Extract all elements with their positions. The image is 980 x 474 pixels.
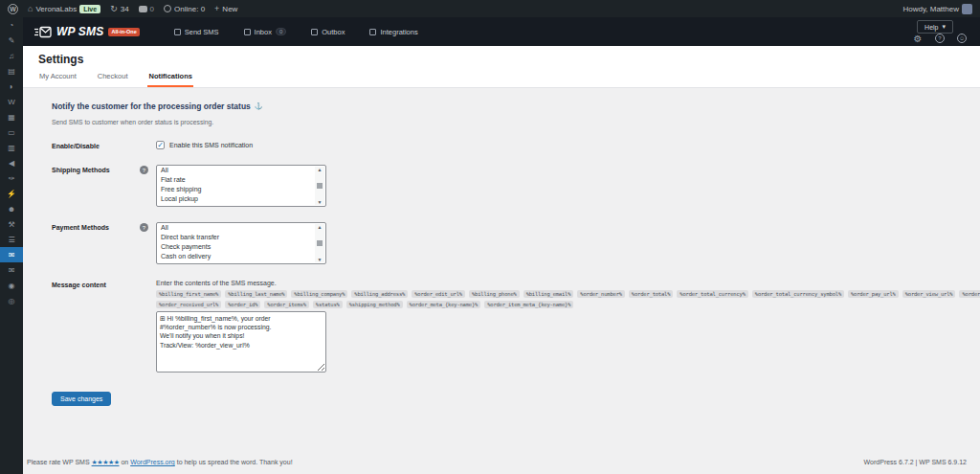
- help-icon[interactable]: ?: [140, 223, 148, 232]
- sms-tag-pill[interactable]: %order_meta_{key-name}%: [407, 301, 481, 308]
- circle-icon: ◉: [9, 282, 15, 290]
- tab-notifications[interactable]: Notifications: [147, 68, 192, 87]
- shipping-option[interactable]: Local pickup: [157, 194, 325, 204]
- sms-tag-pill[interactable]: %order_total_currency%: [677, 290, 747, 298]
- sidebar-item-extra-2[interactable]: ◎: [0, 293, 23, 308]
- scroll-up-icon[interactable]: ▲: [318, 224, 323, 230]
- sidebar-item-users[interactable]: ☻: [0, 201, 23, 216]
- scroll-thumb[interactable]: [317, 183, 323, 189]
- message-hint: Enter the contents of the SMS message.: [156, 280, 967, 286]
- section-description: Send SMS to customer when order status i…: [52, 119, 967, 125]
- sms-tag-pill[interactable]: %order_number%: [577, 290, 625, 298]
- sidebar-item-appearance[interactable]: ✑: [0, 170, 23, 186]
- sidebar-item-plugins[interactable]: ⚡: [0, 186, 23, 201]
- question-icon[interactable]: ?: [935, 34, 945, 43]
- nav-send-sms[interactable]: Send SMS: [174, 28, 219, 36]
- sidebar-item-pages[interactable]: ▤: [0, 63, 23, 79]
- sms-tag-pill[interactable]: %order_received_url%: [156, 301, 221, 308]
- sidebar-item-media[interactable]: ♫: [0, 48, 23, 63]
- save-changes-button[interactable]: Save changes: [52, 392, 111, 406]
- sidebar-item-posts[interactable]: ✎: [0, 33, 23, 48]
- payment-option[interactable]: Check payments: [157, 242, 325, 252]
- sidebar-item-campaigns[interactable]: ✉: [0, 262, 23, 278]
- wordpress-menu[interactable]: W: [8, 4, 18, 14]
- pages-icon: ▤: [8, 67, 15, 76]
- smiley-icon[interactable]: ☺: [957, 34, 967, 43]
- scrollbar[interactable]: ▲ ▼: [315, 224, 324, 262]
- footer-rate-mid: on: [121, 459, 128, 465]
- sidebar-item-dashboard[interactable]: ◔: [0, 17, 23, 33]
- sms-tag-pill[interactable]: %order_cancel_url%: [959, 290, 980, 298]
- sms-tag-pill[interactable]: %order_total_currency_symbol%: [752, 290, 844, 298]
- scroll-up-icon[interactable]: ▲: [318, 167, 323, 172]
- rating-stars-link[interactable]: ★★★★★: [92, 459, 120, 465]
- sms-tag-pill[interactable]: %billing_company%: [291, 290, 347, 298]
- sidebar-item-settings[interactable]: ☰: [0, 232, 23, 247]
- scrollbar[interactable]: ▲ ▼: [315, 167, 324, 205]
- nav-inbox-label: Inbox: [255, 28, 272, 36]
- sidebar-item-analytics[interactable]: ▥: [0, 140, 23, 155]
- inbox-count-badge: 0: [276, 28, 286, 35]
- sms-tag-pill[interactable]: %billing_phone%: [469, 290, 520, 298]
- sms-tag-pill[interactable]: %shipping_method%: [346, 301, 403, 308]
- sms-tag-pill[interactable]: %order_total%: [629, 290, 673, 298]
- sidebar-item-products[interactable]: ▦: [0, 109, 23, 124]
- sidebar-item-extra-1[interactable]: ◉: [0, 278, 23, 293]
- sms-tag-pill[interactable]: %billing_address%: [351, 290, 408, 298]
- shipping-option[interactable]: All: [157, 166, 325, 175]
- nav-outbox[interactable]: Outbox: [311, 28, 345, 36]
- sms-tag-pill[interactable]: %order_edit_url%: [412, 290, 465, 298]
- tab-my-account[interactable]: My Account: [38, 68, 78, 87]
- sidebar-item-comments[interactable]: ◗: [0, 79, 23, 94]
- message-content-textarea[interactable]: ⊞ Hi %billing_first_name%, your order #%…: [156, 311, 326, 372]
- sms-tag-pill[interactable]: %order_items%: [264, 301, 308, 308]
- scroll-down-icon[interactable]: ▼: [318, 257, 323, 262]
- user-icon: ☻: [8, 205, 15, 214]
- sms-tags-row-1: %billing_first_name% %billing_last_name%…: [156, 290, 967, 298]
- comments-link[interactable]: 0: [139, 5, 154, 13]
- help-label: Help: [924, 24, 938, 31]
- account-menu[interactable]: Howdy, Matthew: [902, 4, 972, 14]
- payment-option[interactable]: All: [157, 223, 325, 233]
- tab-checkout[interactable]: Checkout: [97, 68, 129, 87]
- sms-tag-pill[interactable]: %order_view_url%: [902, 290, 956, 298]
- sms-tag-pill[interactable]: %billing_first_name%: [156, 290, 221, 298]
- payment-methods-select[interactable]: All Direct bank transfer Check payments …: [156, 222, 326, 264]
- plugin-icon: ⚡: [7, 190, 16, 198]
- sidebar-item-tools[interactable]: ⚒: [0, 216, 23, 232]
- message-content-label: Message content: [52, 280, 140, 288]
- updates-link[interactable]: ↻ 34: [110, 5, 128, 13]
- live-badge[interactable]: Live: [79, 5, 100, 13]
- comments-count: 0: [150, 5, 154, 13]
- sms-tag-pill[interactable]: %order_item_meta_{key-name}%: [484, 301, 573, 308]
- help-button[interactable]: Help ▾: [917, 20, 953, 34]
- site-name-link[interactable]: ⌂ VeronaLabs Live: [28, 5, 100, 13]
- gear-icon[interactable]: ⚙: [913, 34, 923, 43]
- enable-checkbox[interactable]: ✓: [156, 141, 165, 149]
- wordpress-org-link[interactable]: WordPress.org: [130, 459, 175, 465]
- online-users-link[interactable]: Online: 0: [164, 5, 205, 13]
- sidebar-item-marketing[interactable]: ◀: [0, 155, 23, 170]
- shipping-option[interactable]: Free shipping: [157, 185, 325, 194]
- shipping-methods-select[interactable]: All Flat rate Free shipping Local pickup…: [156, 165, 326, 207]
- new-content-button[interactable]: + New: [214, 5, 237, 13]
- payment-option[interactable]: Cash on delivery: [157, 252, 325, 261]
- admin-bar: W ⌂ VeronaLabs Live ↻ 34 0 Online: 0 + N…: [0, 0, 980, 17]
- sidebar-item-payments[interactable]: ▭: [0, 124, 23, 140]
- scroll-thumb[interactable]: [317, 240, 323, 246]
- payment-option[interactable]: Direct bank transfer: [157, 233, 325, 242]
- sms-tag-pill[interactable]: %status%: [313, 301, 343, 308]
- sms-tag-pill[interactable]: %billing_email%: [523, 290, 574, 298]
- wp-sms-brand[interactable]: WP SMS All-in-One: [34, 25, 140, 38]
- scroll-down-icon[interactable]: ▼: [318, 199, 323, 205]
- shipping-option[interactable]: Flat rate: [157, 175, 325, 185]
- help-icon[interactable]: ?: [140, 166, 148, 174]
- sms-tag-pill[interactable]: %order_id%: [225, 301, 260, 308]
- sms-tag-pill[interactable]: %order_pay_url%: [848, 290, 899, 298]
- nav-integrations[interactable]: Integrations: [369, 28, 417, 36]
- sidebar-item-woocommerce[interactable]: W: [0, 94, 23, 109]
- sidebar-item-wp-sms[interactable]: ✉: [0, 247, 23, 262]
- anchor-link-icon[interactable]: ⚓: [255, 102, 263, 110]
- nav-inbox[interactable]: Inbox 0: [244, 28, 287, 36]
- sms-tag-pill[interactable]: %billing_last_name%: [225, 290, 287, 298]
